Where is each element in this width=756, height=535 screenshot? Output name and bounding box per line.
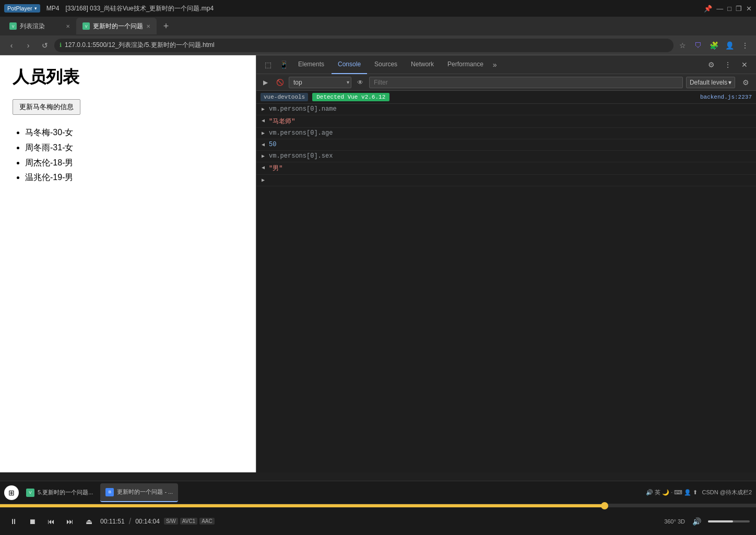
vue-badge: vue-devtools [261,93,308,101]
vr-label: 360° 3D [664,518,685,525]
extensions-btn[interactable]: 🧩 [707,39,720,52]
browser-chrome: V 列表渲染 ✕ V 更新时的一个问题 ✕ + [0,17,756,35]
expand-icon-3[interactable]: ▶ [259,130,267,136]
volume-bar[interactable] [708,520,750,522]
nav-bar: ‹ › ↺ ℹ 127.0.0.1:5500/12_列表渲染/5.更新时的一个问… [0,35,756,55]
taskbar: ⊞ V 5.更新时的一个问题... B 更新时的一个问题 - ... 🔊 英 🌙… [0,481,756,504]
console-play-btn[interactable]: ▶ [259,77,271,88]
prev-button[interactable]: ⏮ [44,514,58,529]
taskbar-label-2: 更新时的一个问题 - ... [117,488,173,496]
app-name: PotPlayer [7,5,32,11]
console-line-2[interactable]: ◀ "马老师" [256,115,756,128]
console-line-3[interactable]: ▶ vm.persons[0].age [256,128,756,139]
list-item: 周杰伦-18-男 [25,156,243,171]
return-arrow-4: ◀ [259,141,267,148]
codec1-badge: AVC1 [180,518,197,525]
time-separator: / [129,517,131,526]
console-text-5: vm.persons[0].sex [269,152,333,160]
tab-elements[interactable]: Elements [292,55,330,74]
devtools-more-btn[interactable]: ⋮ [720,57,735,72]
total-time: 00:14:04 [135,518,160,525]
media-controls: ⏸ ⏹ ⏮ ⏭ ⏏ 00:11:51 / 00:14:04 S/W AVC1 A… [0,507,756,535]
backend-link[interactable]: backend.js:2237 [700,94,752,100]
console-settings-btn[interactable]: ⚙ [738,75,753,90]
chevron-icon: ▾ [34,6,37,11]
console-output[interactable]: vue-devtools Detected Vue v2.6.12 backen… [256,91,756,472]
devtools-close-btn[interactable]: ✕ [737,57,752,72]
tab-2[interactable]: V 更新时的一个问题 ✕ [76,18,157,34]
devtools-toolbar: ⬚ 📱 Elements Console Sources Network Per… [256,55,756,74]
console-line-1[interactable]: ▶ vm.persons[0].name [256,104,756,115]
back-button[interactable]: ‹ [4,38,19,53]
address-bar[interactable]: ℹ 127.0.0.1:5500/12_列表渲染/5.更新时的一个问题.html [54,39,674,52]
extension-shield[interactable]: ⛉ [691,39,705,52]
taskbar-icon-2: B [105,488,114,496]
title-bar: PotPlayer ▾ MP4 [33/168] 033_尚硅谷Vue技术_更新… [0,0,756,17]
progress-bar[interactable] [0,504,756,507]
system-tray: 🔊 英 🌙 · ⌨ 👤 ⬆ [646,489,698,496]
console-toolbar: ▶ 🚫 top ▾ 👁 Default levels ▾ ⚙ [256,74,756,91]
inspect-element-btn[interactable]: ⬚ [261,57,275,72]
tab1-label: 列表渲染 [20,22,45,31]
console-line-7[interactable]: ▶ [256,175,756,186]
update-button[interactable]: 更新马冬梅的信息 [13,99,80,115]
filter-input[interactable] [369,77,683,88]
tray-icon1[interactable]: 📌 [704,5,712,13]
console-stop-btn[interactable]: 🚫 [274,77,286,88]
tab-performance[interactable]: Performance [441,55,490,74]
volume-icon[interactable]: 🔊 [689,514,704,529]
taskbar-item-1[interactable]: V 5.更新时的一个问题... [21,483,98,502]
devtools-settings-btn[interactable]: ⚙ [704,57,718,72]
person-list: 马冬梅-30-女 周冬雨-31-女 周杰伦-18-男 温兆伦-19-男 [13,125,243,185]
eye-btn[interactable]: 👁 [355,77,366,88]
start-button[interactable]: ⊞ [4,485,19,500]
top-context-wrapper: top ▾ [289,77,351,88]
taskbar-right: 🔊 英 🌙 · ⌨ 👤 ⬆ CSDN @待木成栏2 [646,489,752,496]
maximize-btn[interactable]: □ [727,5,731,13]
next-button[interactable]: ⏭ [63,514,77,529]
console-line-5[interactable]: ▶ vm.persons[0].sex [256,151,756,162]
bookmark-star[interactable]: ☆ [676,39,689,52]
new-tab-button[interactable]: + [159,19,173,33]
restore-btn[interactable]: ❐ [736,5,742,13]
csdn-label: CSDN @待木成栏2 [702,489,752,496]
page-title: 人员列表 [13,66,243,89]
console-line-4[interactable]: ◀ 50 [256,139,756,151]
tab-sources[interactable]: Sources [368,55,404,74]
media-player: ⏸ ⏹ ⏮ ⏭ ⏏ 00:11:51 / 00:14:04 S/W AVC1 A… [0,504,756,535]
tab-1[interactable]: V 列表渲染 ✕ [3,18,76,34]
progress-fill [0,504,605,507]
device-toggle-btn[interactable]: 📱 [276,57,291,72]
console-text-1: vm.persons[0].name [269,105,337,113]
expand-icon-5[interactable]: ▶ [259,153,267,159]
file-title: [33/168] 033_尚硅谷Vue技术_更新时的一个问题.mp4 [65,4,698,13]
taskbar-item-2[interactable]: B 更新时的一个问题 - ... [100,483,178,502]
eject-button[interactable]: ⏏ [81,514,96,529]
default-levels-btn[interactable]: Default levels ▾ [686,77,735,88]
refresh-button[interactable]: ↺ [38,38,52,53]
close-btn[interactable]: ✕ [746,5,752,13]
console-line-6[interactable]: ◀ "男" [256,162,756,175]
expand-icon-1[interactable]: ▶ [259,106,267,112]
expand-icon-7[interactable]: ▶ [259,177,267,183]
top-context-select[interactable]: top [289,77,351,88]
minimize-btn[interactable]: — [716,5,723,13]
app-logo[interactable]: PotPlayer ▾ [4,4,40,13]
more-tabs-button[interactable]: » [491,61,499,69]
menu-btn[interactable]: ⋮ [738,39,752,52]
profile-btn[interactable]: 👤 [723,39,736,52]
forward-button[interactable]: › [21,38,36,53]
tab2-close[interactable]: ✕ [146,23,150,29]
vue-detected-label: Detected Vue v2.6.12 [312,93,389,101]
taskbar-icon-1: V [26,489,34,497]
play-pause-button[interactable]: ⏸ [6,514,21,529]
return-arrow-2: ◀ [259,117,267,124]
stop-button[interactable]: ⏹ [25,514,40,529]
console-text-3: vm.persons[0].age [269,129,333,137]
tab1-close[interactable]: ✕ [66,23,70,29]
progress-thumb [601,502,608,509]
volume-fill [708,520,733,522]
tab-console[interactable]: Console [332,55,367,74]
tab-network[interactable]: Network [405,55,440,74]
devtools-panel: ⬚ 📱 Elements Console Sources Network Per… [256,55,756,472]
